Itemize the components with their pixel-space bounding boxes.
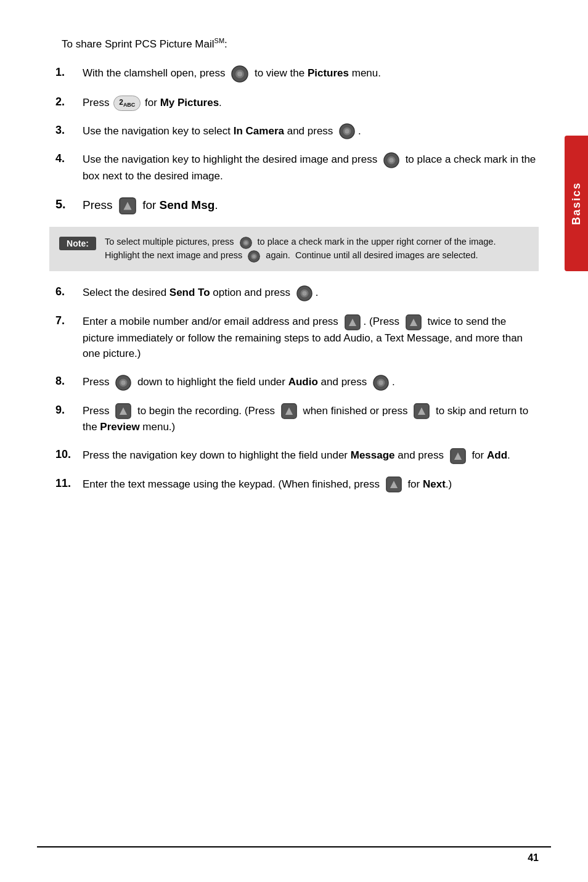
step-11-number: 11.	[55, 476, 78, 490]
step-9: 9. Press to begin the recording. (Press	[49, 403, 539, 435]
svg-point-8	[389, 158, 393, 162]
ok-button-icon-note	[239, 235, 253, 249]
step-3: 3. Use the navigation key to select In C…	[49, 123, 539, 140]
steps-list: 1. With the clamshell open, press to vie…	[49, 65, 539, 214]
step-11: 11. Enter the text message using the key…	[49, 476, 539, 493]
step-1-content: With the clamshell open, press to view t…	[83, 65, 539, 83]
ok-button-icon-6	[295, 285, 314, 301]
step-2: 2. Press 2ABC for My Pictures.	[49, 95, 539, 111]
step-4-number: 4.	[55, 152, 78, 165]
step-3-number: 3.	[55, 123, 78, 137]
nav-button-icon-8	[114, 374, 133, 391]
step-11-content: Enter the text message using the keypad.…	[83, 476, 539, 493]
step-2-content: Press 2ABC for My Pictures.	[83, 95, 539, 111]
page-container: Basics To share Sprint PCS Picture MailS…	[0, 0, 588, 882]
step-8-content: Press down to highlight the field under …	[83, 374, 539, 391]
soft-btn-9b	[280, 403, 298, 420]
step-6-number: 6.	[55, 285, 78, 298]
soft-btn-9a	[114, 403, 133, 420]
step-1: 1. With the clamshell open, press to vie…	[49, 65, 539, 83]
step-9-number: 9.	[55, 403, 78, 417]
soft-btn-10	[449, 447, 467, 464]
step-10: 10. Press the navigation key down to hig…	[49, 447, 539, 464]
soft-left-button-icon-5	[118, 197, 137, 214]
note-text: To select multiple pictures, press to pl…	[105, 235, 529, 263]
step-6: 6. Select the desired Send To option and…	[49, 285, 539, 301]
svg-point-2	[237, 71, 242, 76]
soft-btn-11	[385, 476, 403, 493]
step-7-number: 7.	[55, 314, 78, 327]
step-7: 7. Enter a mobile number and/or email ad…	[49, 314, 539, 362]
section-title: To share Sprint PCS Picture MailSM:	[62, 37, 539, 51]
step-5-number: 5.	[55, 197, 78, 211]
step-8-number: 8.	[55, 374, 78, 388]
svg-point-29	[378, 380, 383, 385]
ok-button-icon-note2	[247, 249, 261, 263]
step-4-content: Use the navigation key to highlight the …	[83, 152, 539, 184]
step-8: 8. Press down to highlight the field und…	[49, 374, 539, 391]
step-4: 4. Use the navigation key to highlight t…	[49, 152, 539, 184]
step-9-content: Press to begin the recording. (Press whe…	[83, 403, 539, 435]
step-10-content: Press the navigation key down to highlig…	[83, 447, 539, 464]
step-2-number: 2.	[55, 95, 78, 108]
svg-point-16	[252, 255, 256, 258]
step-5: 5. Press for Send Msg.	[49, 197, 539, 214]
ok-button-icon	[230, 65, 250, 83]
svg-point-13	[244, 241, 248, 245]
soft-btn-7a	[343, 314, 362, 330]
step-7-content: Enter a mobile number and/or email addre…	[83, 314, 539, 362]
2abc-button-icon: 2ABC	[113, 96, 141, 111]
svg-point-5	[345, 129, 349, 134]
ok-button-icon-4	[382, 152, 401, 169]
page-number: 41	[528, 852, 539, 864]
soft-btn-9c	[412, 403, 431, 420]
step-6-content: Select the desired Send To option and pr…	[83, 285, 539, 301]
svg-point-19	[302, 291, 306, 295]
sidebar-tab: Basics	[565, 136, 588, 271]
step-1-number: 1.	[55, 65, 78, 79]
step-5-content: Press for Send Msg.	[83, 197, 539, 214]
note-label: Note:	[59, 237, 96, 250]
step-3-content: Use the navigation key to select In Came…	[83, 123, 539, 140]
step-10-number: 10.	[55, 447, 78, 461]
soft-btn-7b	[404, 314, 423, 330]
steps-list-2: 6. Select the desired Send To option and…	[49, 285, 539, 492]
sidebar-label: Basics	[570, 182, 583, 225]
ok-button-icon-3	[338, 123, 356, 140]
svg-point-26	[121, 380, 125, 385]
bottom-line	[37, 846, 551, 847]
note-box: Note: To select multiple pictures, press…	[49, 227, 539, 271]
ok-button-icon-8	[372, 374, 390, 391]
